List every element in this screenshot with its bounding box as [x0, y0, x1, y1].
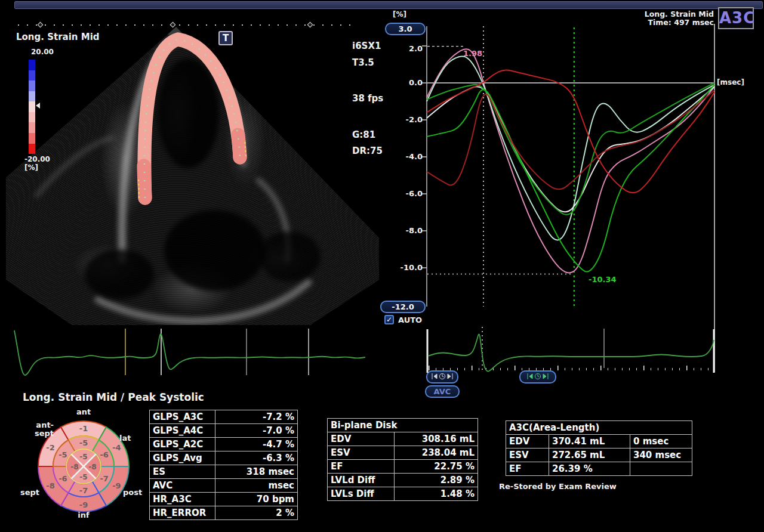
table-cell: 70 bpm	[215, 493, 298, 506]
bullseye-segment-value: -7	[100, 474, 108, 483]
bullseye-segment-value: -9	[79, 500, 88, 509]
view-badge-a3c[interactable]: A3C	[718, 7, 754, 29]
strain-graph	[422, 24, 714, 372]
table-row: EF26.39 %	[506, 462, 692, 476]
bullseye-segment-value: -6	[58, 474, 67, 483]
table-row: ES318 msec	[150, 465, 298, 479]
table-cell: -7.2 %	[215, 410, 298, 424]
y-tick-label: 0.0	[387, 78, 423, 87]
scanline-marker-icon	[170, 22, 176, 28]
y-axis-unit-label: [%]	[393, 10, 406, 18]
strain-curve-segment-white	[427, 86, 714, 212]
bullseye-segment	[93, 440, 115, 466]
colorbar-marker-icon	[36, 103, 40, 109]
table-row: ESV272.65 mL340 msec	[506, 449, 692, 462]
bullseye-segment	[61, 493, 106, 512]
peak-strain-annotation: 1.98	[463, 49, 482, 58]
a3c-area-length-table: A3C(Area-Length)EDV370.41 mL0 msecESV272…	[506, 420, 692, 476]
cine-step-button-left[interactable]	[426, 370, 458, 383]
table-cell: 1.48 %	[395, 487, 478, 501]
table-cell: ES	[150, 465, 215, 479]
table-cell: -4.7 %	[215, 438, 298, 451]
trough-strain-annotation: -10.34	[589, 275, 617, 284]
avc-button[interactable]: AVC	[425, 385, 460, 398]
bullseye-segment	[93, 466, 115, 493]
scanline-marker-icon	[307, 22, 313, 28]
table-cell: msec	[215, 479, 298, 493]
table-cell: GLPS_A3C	[150, 410, 215, 424]
bullseye-segment-value: -8	[88, 463, 96, 471]
table-cell: LVLs Diff	[328, 487, 395, 501]
y-tick-label: -4.0	[387, 152, 423, 161]
auto-scale-checkbox[interactable]: ✓	[384, 315, 394, 324]
clock-stepper-icon-green	[526, 373, 549, 380]
bullseye-apical-segment	[71, 449, 96, 466]
probe-label: i6SX1	[352, 41, 381, 51]
bullseye-segment	[61, 421, 106, 440]
y-tick-label: -8.0	[387, 226, 423, 235]
table-cell: ESV	[506, 449, 549, 462]
table-cell: 26.39 %	[549, 462, 630, 476]
table-cell: GLPS_A2C	[150, 438, 215, 451]
bullseye-label-ant-sept: ant-sept	[18, 421, 54, 438]
y-tick-label: -6.0	[387, 189, 423, 198]
bullseye-apical-segment	[84, 454, 101, 478]
y-tick-label: 2.0	[387, 44, 423, 53]
bullseye-apical-segment	[71, 466, 96, 484]
colorbar-min-label: -20.00	[24, 155, 50, 163]
bullseye-segment	[69, 481, 99, 497]
bullseye-segment	[69, 436, 99, 451]
bullseye-label-inf: inf	[70, 511, 97, 519]
table-cell: 22.75 %	[395, 460, 478, 474]
table-row: GLPS_A2C-4.7 %	[150, 438, 298, 451]
y-min-button[interactable]: -12.0	[380, 301, 426, 313]
table-cell: ESV	[328, 446, 395, 460]
bullseye-segment-value: -4	[112, 443, 121, 452]
table-cell: 370.41 mL	[549, 435, 630, 449]
framerate-label: 38 fps	[352, 93, 383, 104]
clock-stepper-icon	[431, 373, 454, 380]
colorbar-segment	[29, 133, 35, 144]
table-cell: -7.0 %	[215, 424, 298, 438]
ecg-trace-right	[427, 327, 714, 373]
thermal-index-label: T3.5	[352, 57, 374, 68]
table-cell: 2 %	[215, 506, 298, 520]
y-max-button[interactable]: 3.0	[385, 23, 426, 35]
bullseye-segment-value: -7	[79, 486, 88, 495]
colorbar-segment	[29, 144, 35, 154]
cine-step-button-right[interactable]	[519, 370, 556, 383]
table-cell: AVC	[150, 479, 215, 493]
x-axis-unit-label: [msec]	[717, 78, 744, 86]
strain-colorbar	[29, 60, 35, 154]
table-cell: HR_A3C	[150, 493, 215, 506]
table-cell: EF	[506, 462, 549, 476]
bullseye-segment	[38, 466, 69, 506]
colorbar-segment	[29, 122, 35, 133]
y-tick-label: -10.0	[387, 263, 423, 272]
colorbar-segment	[29, 101, 35, 112]
window-title-bar	[14, 1, 763, 9]
dynamic-range-label: DR:75	[352, 146, 383, 156]
table-row: EDV308.16 mL	[328, 432, 478, 446]
table-row: GLPS_A4C-7.0 %	[150, 424, 298, 438]
bullseye-segment-value: -5	[79, 473, 87, 481]
table-cell: GLPS_A4C	[150, 424, 215, 438]
strain-curve-segment-dark-red	[427, 90, 714, 189]
table-row: AVCmsec	[150, 479, 298, 493]
bullseye-segment-value: -8	[70, 463, 78, 471]
table-row: GLPS_Avg-6.3 %	[150, 451, 298, 465]
strain-curve-segment-green-deep	[427, 85, 714, 271]
table-row: GLPS_A3C-7.2 %	[150, 410, 298, 424]
biplane-disk-table: Bi-plane DiskEDV308.16 mLESV238.04 mLEF2…	[327, 418, 478, 501]
bullseye-segment-value: -8	[46, 481, 54, 490]
scanline-marker-icon	[38, 22, 44, 28]
bullseye-apical-segment	[66, 454, 84, 478]
colorbar-segment	[29, 70, 35, 81]
table-row: LVLd Diff2.89 %	[328, 474, 478, 487]
table-cell: 340 msec	[630, 449, 692, 462]
table-cell: 272.65 mL	[549, 449, 630, 462]
table-row: HR_ERROR2 %	[150, 506, 298, 520]
bullseye-segment	[99, 466, 130, 506]
bullseye-segment-value: -5	[58, 450, 67, 459]
strain-curve-segment-pink	[427, 49, 714, 273]
